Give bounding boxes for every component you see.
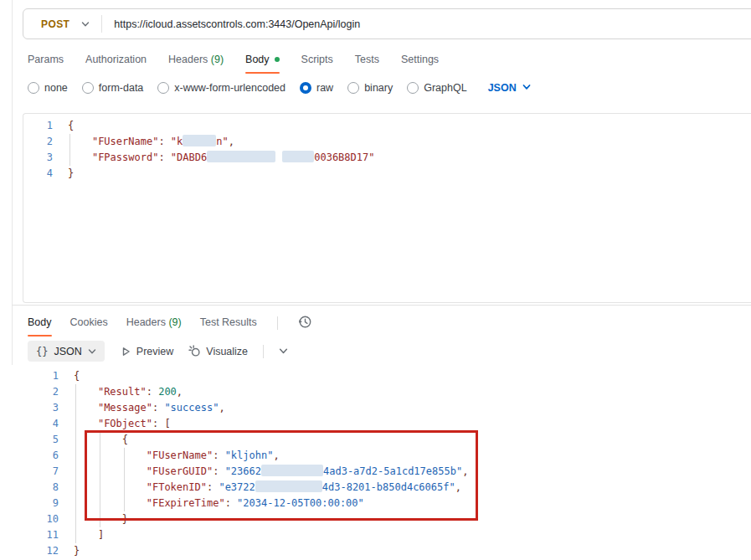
response-tab-headers[interactable]: Headers (9) [126, 316, 182, 335]
response-tab-test-results[interactable]: Test Results [200, 316, 257, 335]
preview-button[interactable]: Preview [120, 346, 173, 357]
url-divider [101, 15, 102, 33]
code-line: 12} [12, 543, 751, 559]
line-number: 1 [23, 118, 53, 134]
code-line: 3 "FPassword": "DABD60036B8D17" [23, 150, 751, 166]
tab-authorization[interactable]: Authorization [85, 54, 147, 72]
line-number: 7 [12, 464, 59, 480]
code-line: 10 } [12, 511, 751, 527]
radio-icon [28, 82, 39, 94]
radio-label: none [44, 82, 68, 94]
line-number: 3 [23, 150, 53, 166]
response-tab-body[interactable]: Body [28, 316, 52, 335]
body-type-form-data[interactable]: form-data [82, 82, 144, 94]
body-type-none[interactable]: none [28, 82, 68, 94]
tab-params[interactable]: Params [28, 54, 64, 72]
code-line: 9 "FExpireTime": "2034-12-05T00:00:00" [12, 496, 751, 511]
preview-label: Preview [136, 346, 173, 357]
code-line: 11 ] [12, 527, 751, 543]
postman-request-view: POST https://icloud.assetscontrols.com:3… [0, 0, 751, 560]
play-icon [120, 346, 131, 357]
line-number: 3 [12, 400, 59, 416]
response-format-selector[interactable]: {} JSON [28, 341, 105, 362]
url-input[interactable]: https://icloud.assetscontrols.com:3443/O… [114, 18, 360, 30]
visualize-icon [188, 345, 201, 357]
line-number: 9 [12, 496, 59, 511]
redaction-blur [282, 151, 314, 162]
tab-body[interactable]: Body [245, 54, 280, 72]
tabs-divider [277, 316, 278, 330]
chevron-down-icon [81, 20, 90, 28]
request-body-editor[interactable]: 1{2 "FUserName": "kn",3 "FPassword": "DA… [23, 113, 751, 303]
radio-label: GraphQL [424, 82, 466, 94]
response-format-label: JSON [54, 346, 81, 357]
request-tabs: ParamsAuthorizationHeaders (9)BodyScript… [28, 54, 439, 72]
line-number: 1 [12, 368, 59, 384]
radio-icon [157, 82, 169, 94]
code-line: 8 "FTokenID": "e37224d3-8201-b850d4c6065… [12, 480, 751, 496]
radio-icon [300, 82, 311, 94]
chevron-down-icon [522, 82, 531, 94]
tab-scripts[interactable]: Scripts [301, 54, 333, 72]
code-line: 3 "Message": "success", [12, 400, 751, 416]
tab-headers[interactable]: Headers (9) [168, 54, 224, 72]
visualize-button[interactable]: Visualize [188, 345, 248, 357]
raw-format-selector[interactable]: JSON [488, 82, 531, 94]
tab-count: (9) [168, 316, 181, 328]
radio-label: x-www-form-urlencoded [174, 82, 285, 94]
code-line: 2 "Result": 200, [12, 384, 751, 400]
code-line: 2 "FUserName": "kn", [23, 134, 751, 150]
radio-label: binary [364, 82, 393, 94]
response-tab-cookies[interactable]: Cookies [70, 316, 108, 335]
redaction-blur [261, 465, 323, 476]
body-type-x-www-form-urlencoded[interactable]: x-www-form-urlencoded [157, 82, 285, 94]
response-toolbar: {} JSON Preview Visualize [28, 341, 288, 362]
response-tabs: BodyCookiesHeaders (9)Test Results [28, 315, 312, 337]
unsaved-dot-icon [275, 57, 280, 62]
radio-icon [407, 82, 419, 94]
line-number: 5 [12, 432, 59, 448]
method-selector[interactable]: POST [23, 18, 101, 30]
code-line: 4 "FObject": [ [12, 416, 751, 432]
radio-label: form-data [99, 82, 144, 94]
code-line: 5 { [12, 432, 751, 448]
line-number: 10 [12, 511, 59, 527]
body-type-raw[interactable]: raw [300, 82, 333, 94]
body-type-binary[interactable]: binary [347, 82, 393, 94]
method-label: POST [41, 18, 69, 30]
line-number: 12 [12, 543, 59, 559]
line-number: 2 [12, 384, 59, 400]
code-line: 4} [23, 166, 751, 182]
radio-icon [347, 82, 359, 94]
body-type-options: noneform-datax-www-form-urlencodedrawbin… [28, 82, 531, 94]
line-number: 8 [12, 480, 59, 496]
raw-format-label: JSON [488, 82, 517, 94]
toolbar-chevron-down[interactable] [279, 347, 288, 356]
code-line: 1{ [12, 368, 751, 384]
braces-icon: {} [36, 346, 48, 357]
request-response-divider [12, 305, 751, 306]
toolbar-divider [263, 345, 264, 358]
line-number: 6 [12, 448, 59, 464]
tab-count: (9) [211, 54, 224, 65]
code-line: 6 "FUserName": "kljohn", [12, 448, 751, 464]
redaction-blur [183, 135, 216, 146]
code-line: 7 "FUserGUID": "236624ad3-a7d2-5a1cd17e8… [12, 464, 751, 480]
redaction-blur [255, 480, 322, 492]
response-body-editor[interactable]: 1{2 "Result": 200,3 "Message": "success"… [12, 365, 751, 560]
tab-tests[interactable]: Tests [355, 54, 379, 72]
history-icon[interactable] [298, 315, 312, 331]
radio-icon [82, 82, 94, 94]
line-number: 11 [12, 527, 59, 543]
request-url-bar: POST https://icloud.assetscontrols.com:3… [23, 8, 751, 39]
code-line: 1{ [23, 118, 751, 134]
body-type-graphql[interactable]: GraphQL [407, 82, 466, 94]
chevron-down-icon [88, 347, 96, 356]
line-number: 2 [23, 134, 53, 150]
visualize-label: Visualize [206, 346, 248, 357]
line-number: 4 [23, 166, 53, 182]
line-number: 4 [12, 416, 59, 432]
redaction-blur [207, 151, 275, 162]
tab-settings[interactable]: Settings [401, 54, 439, 72]
radio-label: raw [316, 82, 333, 94]
